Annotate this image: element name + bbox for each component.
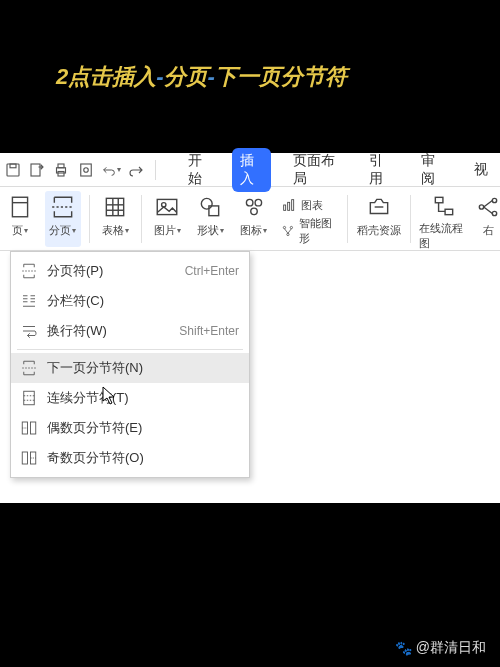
- undo-icon[interactable]: ▾: [101, 160, 121, 180]
- separator: [410, 195, 411, 243]
- svg-rect-11: [106, 198, 123, 215]
- smartart-button[interactable]: 智能图形: [279, 219, 339, 243]
- svg-point-27: [291, 226, 293, 228]
- ribbon-tabs: 开始 插入 页面布局 引用 审阅 视: [180, 148, 496, 192]
- separator: [89, 195, 90, 243]
- assets-icon: [365, 193, 393, 221]
- author-handle: @群清日和: [416, 639, 486, 657]
- svg-point-33: [492, 198, 496, 202]
- menu-next-page-section-break[interactable]: 下一页分节符(N): [11, 353, 249, 383]
- page-break-icon: [49, 193, 77, 221]
- svg-point-7: [83, 167, 88, 172]
- flowchart-icon: [430, 193, 458, 219]
- svg-point-28: [287, 233, 289, 235]
- even-page-break-icon: [19, 418, 39, 438]
- svg-rect-8: [12, 197, 27, 217]
- text-wrap-icon: [19, 321, 39, 341]
- chevron-down-icon: ▾: [220, 226, 224, 235]
- export-icon[interactable]: [28, 160, 46, 180]
- table-icon: [101, 193, 129, 221]
- chevron-down-icon: ▾: [177, 226, 181, 235]
- tab-view[interactable]: 视: [466, 157, 496, 183]
- menu-separator: [17, 349, 243, 350]
- preview-icon[interactable]: [77, 160, 95, 180]
- svg-point-20: [246, 199, 253, 206]
- page-break-dropdown-menu: 分页符(P) Ctrl+Enter 分栏符(C) 换行符(W) Shift+En…: [10, 251, 250, 478]
- svg-point-34: [492, 211, 496, 215]
- extra-button[interactable]: 右: [478, 191, 498, 247]
- svg-point-21: [255, 199, 262, 206]
- table-button[interactable]: 表格▾: [97, 191, 132, 247]
- menu-odd-page-section-break[interactable]: 奇数页分节符(O): [11, 443, 249, 473]
- svg-rect-30: [436, 197, 444, 202]
- svg-point-22: [250, 208, 257, 215]
- svg-rect-50: [31, 422, 36, 434]
- ribbon-insert: 页▾ 分页▾ 表格▾ 图片▾ 形状▾ 图标▾: [0, 187, 500, 251]
- assets-button[interactable]: 稻壳资源: [356, 191, 402, 247]
- chevron-down-icon: ▾: [24, 226, 28, 235]
- icon-gallery-icon: [240, 193, 268, 221]
- svg-point-18: [202, 198, 213, 209]
- menu-continuous-section-break[interactable]: 连续分节符(T): [11, 383, 249, 413]
- svg-rect-46: [24, 391, 35, 405]
- chevron-down-icon: ▾: [125, 226, 129, 235]
- svg-rect-16: [157, 199, 177, 214]
- tab-layout[interactable]: 页面布局: [285, 148, 346, 192]
- svg-point-26: [284, 226, 286, 228]
- page-break-icon: [19, 261, 39, 281]
- chart-smartart-group: 图表 智能图形: [279, 191, 339, 243]
- svg-rect-23: [284, 205, 286, 210]
- column-break-icon: [19, 291, 39, 311]
- document-area: 分页符(P) Ctrl+Enter 分栏符(C) 换行符(W) Shift+En…: [0, 251, 500, 503]
- picture-button[interactable]: 图片▾: [150, 191, 185, 247]
- page-break-button[interactable]: 分页▾: [45, 191, 80, 247]
- svg-rect-6: [80, 164, 91, 176]
- tab-references[interactable]: 引用: [361, 148, 400, 192]
- separator: [347, 195, 348, 243]
- picture-icon: [153, 193, 181, 221]
- redo-icon[interactable]: [127, 160, 145, 180]
- svg-rect-4: [58, 164, 64, 168]
- chevron-down-icon: ▾: [263, 226, 267, 235]
- svg-point-32: [479, 205, 483, 209]
- svg-rect-0: [7, 164, 19, 176]
- separator: [155, 160, 156, 180]
- svg-rect-31: [446, 209, 454, 214]
- svg-rect-24: [288, 202, 290, 210]
- svg-rect-2: [31, 164, 40, 176]
- menu-column-break[interactable]: 分栏符(C): [11, 286, 249, 316]
- shape-button[interactable]: 形状▾: [193, 191, 228, 247]
- print-icon[interactable]: [52, 160, 70, 180]
- cover-page-button[interactable]: 页▾: [2, 191, 37, 247]
- tab-start[interactable]: 开始: [180, 148, 219, 192]
- svg-rect-1: [10, 164, 16, 168]
- shape-icon: [196, 193, 224, 221]
- svg-rect-52: [22, 452, 27, 464]
- tab-insert[interactable]: 插入: [232, 148, 271, 192]
- menu-text-wrap[interactable]: 换行符(W) Shift+Enter: [11, 316, 249, 346]
- menu-even-page-section-break[interactable]: 偶数页分节符(E): [11, 413, 249, 443]
- instruction-caption: 2点击插入-分页-下一页分节符: [56, 62, 347, 92]
- word-processor-window: ▾ 开始 插入 页面布局 引用 审阅 视 页▾ 分页▾: [0, 153, 500, 503]
- tab-review[interactable]: 审阅: [413, 148, 452, 192]
- watermark: 🐾 @群清日和: [395, 639, 486, 657]
- chart-button[interactable]: 图表: [279, 193, 339, 217]
- separator: [141, 195, 142, 243]
- paw-icon: 🐾: [395, 640, 412, 656]
- mindmap-icon: [474, 193, 500, 221]
- continuous-break-icon: [19, 388, 39, 408]
- chevron-down-icon: ▾: [72, 226, 76, 235]
- menu-page-break[interactable]: 分页符(P) Ctrl+Enter: [11, 256, 249, 286]
- quick-access-toolbar: ▾ 开始 插入 页面布局 引用 审阅 视: [0, 153, 500, 187]
- step-number: 2: [56, 64, 68, 89]
- odd-page-break-icon: [19, 448, 39, 468]
- icon-button[interactable]: 图标▾: [236, 191, 271, 247]
- svg-rect-25: [292, 200, 294, 211]
- svg-rect-5: [58, 171, 64, 176]
- flowchart-button[interactable]: 在线流程图: [419, 191, 470, 247]
- cover-page-icon: [6, 193, 34, 221]
- next-page-break-icon: [19, 358, 39, 378]
- save-icon[interactable]: [4, 160, 22, 180]
